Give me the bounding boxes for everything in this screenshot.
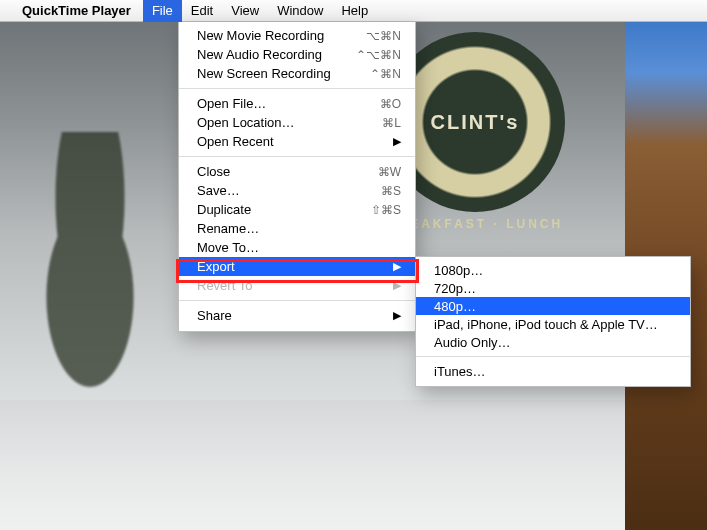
menu-separator: [179, 156, 415, 157]
submenu-item-idevices[interactable]: iPad, iPhone, iPod touch & Apple TV…: [416, 315, 690, 333]
submenu-item-itunes[interactable]: iTunes…: [416, 362, 690, 380]
menu-item-open-file[interactable]: Open File… ⌘O: [179, 94, 415, 113]
menu-item-save[interactable]: Save… ⌘S: [179, 181, 415, 200]
menu-edit-label: Edit: [191, 3, 213, 18]
submenu-item-audio-only[interactable]: Audio Only…: [416, 333, 690, 351]
menu-separator: [179, 300, 415, 301]
menu-item-label: Export: [197, 259, 383, 274]
submenu-item-label: 1080p…: [434, 263, 676, 278]
menu-item-label: Open Location…: [197, 115, 372, 130]
menu-item-duplicate[interactable]: Duplicate ⇧⌘S: [179, 200, 415, 219]
menu-item-label: Share: [197, 308, 383, 323]
submenu-item-1080p[interactable]: 1080p…: [416, 261, 690, 279]
menu-item-shortcut: ⇧⌘S: [371, 203, 401, 217]
export-submenu: 1080p… 720p… 480p… iPad, iPhone, iPod to…: [415, 256, 691, 387]
menu-item-label: New Audio Recording: [197, 47, 346, 62]
menu-item-shortcut: ⌃⌘N: [370, 67, 401, 81]
submenu-arrow-icon: ▶: [393, 309, 401, 322]
menu-item-shortcut: ⌘O: [380, 97, 401, 111]
menu-item-close[interactable]: Close ⌘W: [179, 162, 415, 181]
menu-separator: [416, 356, 690, 357]
video-content-street: [0, 400, 625, 530]
submenu-item-label: Audio Only…: [434, 335, 676, 350]
menu-item-shortcut: ⌘S: [381, 184, 401, 198]
submenu-item-label: 720p…: [434, 281, 676, 296]
menu-file-label: File: [152, 3, 173, 18]
submenu-item-label: 480p…: [434, 299, 676, 314]
submenu-arrow-icon: ▶: [393, 135, 401, 148]
submenu-item-label: iTunes…: [434, 364, 676, 379]
menu-help[interactable]: Help: [332, 0, 377, 22]
menu-item-label: Save…: [197, 183, 371, 198]
menu-help-label: Help: [341, 3, 368, 18]
menu-item-shortcut: ⌘L: [382, 116, 401, 130]
menu-item-move-to[interactable]: Move To…: [179, 238, 415, 257]
menu-item-open-recent[interactable]: Open Recent ▶: [179, 132, 415, 151]
submenu-arrow-icon: ▶: [393, 279, 401, 292]
submenu-item-label: iPad, iPhone, iPod touch & Apple TV…: [434, 317, 676, 332]
menu-item-label: New Movie Recording: [197, 28, 356, 43]
menu-item-share[interactable]: Share ▶: [179, 306, 415, 325]
menu-file[interactable]: File: [143, 0, 182, 22]
menu-item-label: Revert To: [197, 278, 383, 293]
menu-window-label: Window: [277, 3, 323, 18]
sign-main-text: CLINT's: [431, 111, 520, 134]
menu-item-revert-to: Revert To ▶: [179, 276, 415, 295]
menu-view[interactable]: View: [222, 0, 268, 22]
submenu-arrow-icon: ▶: [393, 260, 401, 273]
menu-item-shortcut: ⌥⌘N: [366, 29, 401, 43]
menu-item-label: Move To…: [197, 240, 401, 255]
menu-window[interactable]: Window: [268, 0, 332, 22]
menu-item-label: Duplicate: [197, 202, 361, 217]
menu-item-label: Rename…: [197, 221, 401, 236]
menu-item-rename[interactable]: Rename…: [179, 219, 415, 238]
menu-item-new-movie-recording[interactable]: New Movie Recording ⌥⌘N: [179, 26, 415, 45]
menu-item-open-location[interactable]: Open Location… ⌘L: [179, 113, 415, 132]
submenu-item-480p[interactable]: 480p…: [416, 297, 690, 315]
menu-edit[interactable]: Edit: [182, 0, 222, 22]
menu-item-label: Close: [197, 164, 368, 179]
menu-item-label: New Screen Recording: [197, 66, 360, 81]
menu-item-shortcut: ⌃⌥⌘N: [356, 48, 401, 62]
menu-separator: [179, 88, 415, 89]
menu-item-label: Open File…: [197, 96, 370, 111]
app-name[interactable]: QuickTime Player: [22, 3, 131, 18]
menu-item-new-screen-recording[interactable]: New Screen Recording ⌃⌘N: [179, 64, 415, 83]
menu-item-shortcut: ⌘W: [378, 165, 401, 179]
menu-view-label: View: [231, 3, 259, 18]
menu-item-export[interactable]: Export ▶: [179, 257, 415, 276]
file-menu-dropdown: New Movie Recording ⌥⌘N New Audio Record…: [178, 22, 416, 332]
submenu-item-720p[interactable]: 720p…: [416, 279, 690, 297]
menubar: QuickTime Player File Edit View Window H…: [0, 0, 707, 22]
menu-item-label: Open Recent: [197, 134, 383, 149]
menu-item-new-audio-recording[interactable]: New Audio Recording ⌃⌥⌘N: [179, 45, 415, 64]
